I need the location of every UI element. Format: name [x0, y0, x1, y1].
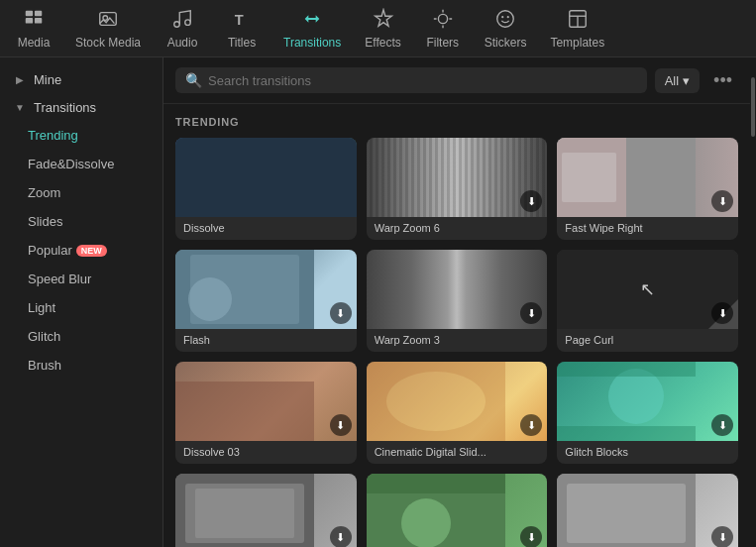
sidebar-item-zoom[interactable]: Zoom: [0, 178, 162, 207]
card-row4-1[interactable]: ⬇ Dark Right...: [175, 474, 357, 547]
card-glitch-blocks[interactable]: ⬇ Glitch Blocks: [557, 362, 738, 464]
stickers-icon: [494, 8, 516, 33]
nav-item-media[interactable]: Media: [4, 2, 63, 55]
sidebar-item-label: Speed Blur: [28, 272, 91, 286]
new-badge: NEW: [76, 245, 107, 257]
media-icon: [23, 8, 45, 33]
card-cinematic[interactable]: ⬇ Cinematic Digital Slid...: [367, 362, 548, 464]
nav-item-audio[interactable]: Audio: [153, 2, 212, 55]
sidebar-item-label: Zoom: [28, 185, 60, 200]
sidebar-item-slides[interactable]: Slides: [0, 207, 162, 236]
svg-rect-0: [26, 10, 33, 16]
search-input-wrap[interactable]: 🔍: [175, 67, 647, 93]
sidebar-item-glitch[interactable]: Glitch: [0, 322, 162, 351]
sidebar-item-brush[interactable]: Brush: [0, 351, 162, 380]
download-page-curl[interactable]: ⬇: [711, 302, 733, 324]
sidebar-mine[interactable]: Mine: [0, 65, 162, 93]
card-dissolve-03[interactable]: ⬇ Dissolve 03: [175, 362, 357, 464]
nav-label-templates: Templates: [550, 36, 604, 50]
download-dissolve-03[interactable]: ⬇: [330, 414, 352, 436]
card-row4-3[interactable]: ⬇ Dark Left...: [557, 474, 738, 547]
effects-icon: [373, 8, 394, 33]
nav-item-templates[interactable]: Templates: [538, 2, 616, 55]
search-bar: 🔍 All ▾ •••: [163, 57, 750, 104]
card-label-warp-zoom-6: Warp Zoom 6: [367, 217, 548, 240]
sidebar-item-label: Popular: [28, 243, 72, 258]
sidebar-item-speed-blur[interactable]: Speed Blur: [0, 265, 162, 293]
svg-point-37: [401, 498, 451, 547]
download-dissolve[interactable]: ⬇: [330, 190, 352, 212]
svg-point-11: [501, 16, 503, 18]
card-warp-zoom-6[interactable]: ⬇ Warp Zoom 6: [367, 138, 548, 240]
scrollbar-track[interactable]: [750, 57, 756, 547]
templates-icon: [567, 8, 589, 33]
svg-rect-31: [557, 362, 696, 377]
svg-rect-40: [567, 484, 686, 543]
thumb-row4-3: ⬇: [557, 474, 738, 547]
nav-item-stock-media[interactable]: Stock Media: [63, 2, 153, 55]
search-input[interactable]: [208, 73, 637, 88]
audio-icon: [171, 8, 193, 33]
filters-icon: [432, 8, 454, 33]
download-row4-1[interactable]: ⬇: [330, 526, 352, 547]
mine-label: Mine: [34, 72, 61, 87]
nav-item-titles[interactable]: T Titles: [212, 2, 271, 55]
svg-point-7: [185, 19, 191, 24]
svg-rect-3: [35, 18, 42, 24]
nav-label-transitions: Transitions: [283, 36, 341, 50]
card-page-curl[interactable]: ↖ ⬇ Page Curl: [557, 250, 738, 352]
transitions-section-label: Transitions: [34, 100, 96, 115]
card-label-warp-zoom-3: Warp Zoom 3: [367, 329, 548, 352]
thumb-warp-zoom-6: ⬇: [367, 138, 548, 217]
download-flash[interactable]: ⬇: [330, 302, 352, 324]
section-label: TRENDING: [175, 116, 738, 128]
transitions-grid: ⬇ Dissolve ⬇ Warp Zoom 6: [175, 138, 738, 547]
grid-area: TRENDING ⬇ Dissolve: [163, 104, 750, 547]
more-options-button[interactable]: •••: [707, 68, 738, 93]
sidebar-item-popular[interactable]: Popular NEW: [0, 236, 162, 265]
sidebar-item-light[interactable]: Light: [0, 293, 162, 322]
titles-icon: T: [231, 8, 253, 33]
thumb-flash: ⬇: [175, 250, 357, 329]
thumb-fast-wipe-right: ⬇: [557, 138, 738, 217]
app-layout: Mine Transitions Trending Fade&Dissolve …: [0, 57, 756, 547]
scrollbar-thumb[interactable]: [751, 77, 755, 137]
download-row4-2[interactable]: ⬇: [520, 526, 542, 547]
card-label-flash: Flash: [175, 329, 357, 352]
card-flash[interactable]: ⬇ Flash: [175, 250, 357, 352]
nav-item-stickers[interactable]: Stickers: [473, 2, 539, 55]
download-row4-3[interactable]: ⬇: [711, 526, 733, 547]
sidebar-item-label: Brush: [28, 358, 61, 373]
card-fast-wipe-right[interactable]: ⬇ Fast Wipe Right: [557, 138, 738, 240]
sidebar: Mine Transitions Trending Fade&Dissolve …: [0, 57, 163, 547]
nav-item-transitions[interactable]: Transitions: [271, 2, 353, 55]
card-label-page-curl: Page Curl: [557, 329, 738, 352]
svg-rect-38: [367, 474, 505, 493]
svg-rect-17: [235, 148, 314, 207]
download-cinematic[interactable]: ⬇: [520, 414, 542, 436]
search-icon: 🔍: [185, 72, 202, 88]
filter-button[interactable]: All ▾: [655, 68, 700, 93]
svg-point-18: [187, 174, 223, 210]
sidebar-transitions-header[interactable]: Transitions: [0, 93, 162, 121]
nav-item-effects[interactable]: Effects: [353, 2, 412, 55]
thumb-warp-zoom-3: ⬇: [367, 250, 548, 329]
svg-point-9: [438, 14, 447, 23]
nav-item-filters[interactable]: Filters: [413, 2, 473, 55]
card-label-cinematic: Cinematic Digital Slid...: [367, 441, 548, 464]
thumb-row4-1: ⬇: [175, 474, 357, 547]
thumb-dissolve: ⬇: [175, 138, 357, 217]
sidebar-item-trending[interactable]: Trending: [0, 121, 162, 150]
sidebar-item-fade-dissolve[interactable]: Fade&Dissolve: [0, 150, 162, 178]
card-row4-2[interactable]: ⬇ Photo Fa...: [367, 474, 548, 547]
download-glitch-blocks[interactable]: ⬇: [711, 414, 733, 436]
download-fast-wipe-right[interactable]: ⬇: [711, 190, 733, 212]
svg-point-30: [608, 369, 664, 424]
svg-rect-21: [562, 153, 616, 202]
card-warp-zoom-3[interactable]: ⬇ Warp Zoom 3: [367, 250, 548, 352]
filter-label: All: [665, 73, 679, 88]
card-dissolve[interactable]: ⬇ Dissolve: [175, 138, 357, 240]
sidebar-item-label: Slides: [28, 214, 62, 229]
thumb-glitch-blocks: ⬇: [557, 362, 738, 441]
thumb-row4-2: ⬇: [367, 474, 548, 547]
